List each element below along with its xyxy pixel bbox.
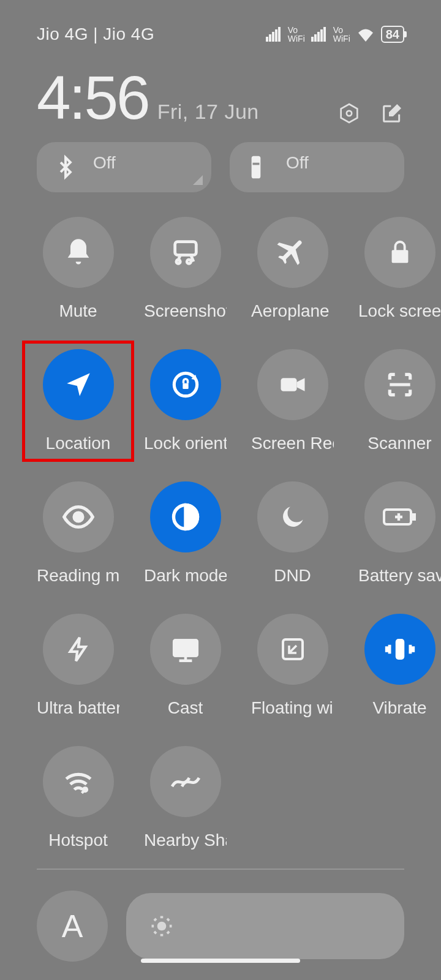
time-date-block: 4:56 Fri, 17 Jun	[37, 62, 259, 133]
settings-icon[interactable]	[337, 101, 361, 126]
bottom-controls: A	[0, 870, 441, 962]
float-icon	[278, 635, 307, 664]
vowifi-icon-2: VoWiFi	[333, 26, 350, 43]
lock-icon	[386, 238, 414, 266]
cast-toggle[interactable]: Cast	[144, 614, 227, 718]
eye-icon	[61, 500, 96, 534]
torch-icon	[247, 154, 265, 181]
wifi-icon	[356, 27, 375, 42]
bluetooth-tile[interactable]: Off	[37, 142, 211, 192]
torch-state: Off	[286, 153, 309, 173]
ultrabatt-label: Ultra battery	[37, 698, 119, 718]
battsaver-toggle[interactable]: Battery saver	[358, 481, 441, 586]
quick-toggles-grid: Mute Screenshot Aeroplane mode Lock scre…	[0, 192, 441, 850]
screenrec-label: Screen Recorder	[251, 434, 334, 453]
nearby-toggle[interactable]: Nearby Share	[144, 746, 227, 850]
signal-bars-icon-2	[311, 27, 326, 42]
floating-toggle[interactable]: Floating windows	[251, 614, 334, 718]
svg-rect-13	[174, 640, 197, 655]
svg-marker-0	[341, 104, 358, 123]
large-tiles-row: Off Off	[0, 142, 441, 192]
torch-tile[interactable]: Off	[230, 142, 404, 192]
location-label: Location	[46, 434, 111, 453]
svg-rect-3	[253, 163, 260, 165]
hotspot-label: Hotspot	[48, 831, 108, 850]
brightness-slider[interactable]	[126, 893, 404, 959]
cast-label: Cast	[168, 698, 203, 718]
carrier-text: Jio 4G | Jio 4G	[37, 24, 154, 44]
scanner-toggle[interactable]: Scanner	[358, 349, 441, 453]
wifi-share-icon	[62, 768, 95, 795]
vibrate-toggle[interactable]: Vibrate	[358, 614, 441, 718]
bolt-icon	[64, 633, 92, 666]
ultrabatt-toggle[interactable]: Ultra battery	[37, 614, 119, 718]
svg-rect-7	[281, 378, 296, 391]
svg-rect-6	[183, 383, 188, 389]
edit-icon[interactable]	[380, 101, 404, 126]
lockscreen-toggle[interactable]: Lock screen	[358, 217, 441, 321]
floating-label: Floating windows	[251, 698, 334, 718]
svg-point-17	[157, 922, 167, 931]
battsaver-label: Battery saver	[358, 566, 441, 586]
rotate-lock-icon	[168, 368, 203, 402]
bluetooth-icon	[54, 154, 77, 181]
svg-point-1	[347, 111, 352, 116]
moon-icon	[277, 502, 308, 532]
monitor-icon	[170, 634, 201, 665]
clock-date[interactable]: Fri, 17 Jun	[157, 100, 259, 124]
darkmode-label: Dark mode	[144, 566, 227, 586]
location-toggle[interactable]: Location	[37, 349, 119, 453]
lockscreen-label: Lock screen	[358, 301, 441, 321]
scanner-label: Scanner	[368, 434, 431, 453]
plane-icon	[276, 236, 309, 269]
nearby-label: Nearby Share	[144, 831, 227, 850]
screenrec-toggle[interactable]: Screen Recorder	[251, 349, 334, 453]
battery-plus-icon	[382, 505, 418, 529]
scissors-icon	[170, 236, 202, 268]
status-bar: Jio 4G | Jio 4G VoWiFi VoWiFi 84	[0, 0, 441, 50]
svg-rect-2	[252, 156, 261, 179]
clock-time[interactable]: 4:56	[37, 62, 149, 133]
reading-label: Reading mode	[37, 566, 119, 586]
lockorient-label: Lock orientation	[144, 434, 227, 453]
home-indicator[interactable]	[141, 959, 300, 963]
vibrate-label: Vibrate	[372, 698, 426, 718]
lockorient-toggle[interactable]: Lock orientation	[144, 349, 227, 453]
entwine-icon	[168, 769, 203, 794]
mute-label: Mute	[59, 301, 97, 321]
battery-indicator: 84	[381, 26, 404, 43]
screenshot-toggle[interactable]: Screenshot	[144, 217, 227, 321]
svg-point-8	[74, 513, 83, 521]
video-icon	[277, 369, 309, 401]
expand-indicator-icon	[193, 175, 203, 185]
bluetooth-state: Off	[93, 153, 116, 173]
brightness-icon	[148, 913, 175, 940]
svg-rect-11	[412, 513, 416, 521]
reading-toggle[interactable]: Reading mode	[37, 481, 119, 586]
aeroplane-toggle[interactable]: Aeroplane mode	[251, 217, 334, 321]
aeroplane-label: Aeroplane mode	[251, 301, 334, 321]
status-icons: VoWiFi VoWiFi 84	[266, 26, 404, 43]
scan-icon	[385, 369, 415, 400]
contrast-icon	[170, 501, 202, 533]
darkmode-toggle[interactable]: Dark mode	[144, 481, 227, 586]
hotspot-toggle[interactable]: Hotspot	[37, 746, 119, 850]
signal-bars-icon	[266, 27, 281, 42]
vowifi-icon-1: VoWiFi	[288, 26, 305, 43]
vibrate-icon	[382, 631, 418, 667]
svg-rect-15	[395, 639, 404, 660]
font-size-button[interactable]: A	[37, 891, 108, 962]
nav-icon	[63, 369, 94, 400]
dnd-toggle[interactable]: DND	[251, 481, 334, 586]
qs-header: 4:56 Fri, 17 Jun	[0, 50, 441, 139]
dnd-label: DND	[274, 566, 311, 586]
bell-icon	[62, 236, 94, 268]
screenshot-label: Screenshot	[144, 301, 227, 321]
mute-toggle[interactable]: Mute	[37, 217, 119, 321]
svg-rect-4	[175, 242, 196, 255]
